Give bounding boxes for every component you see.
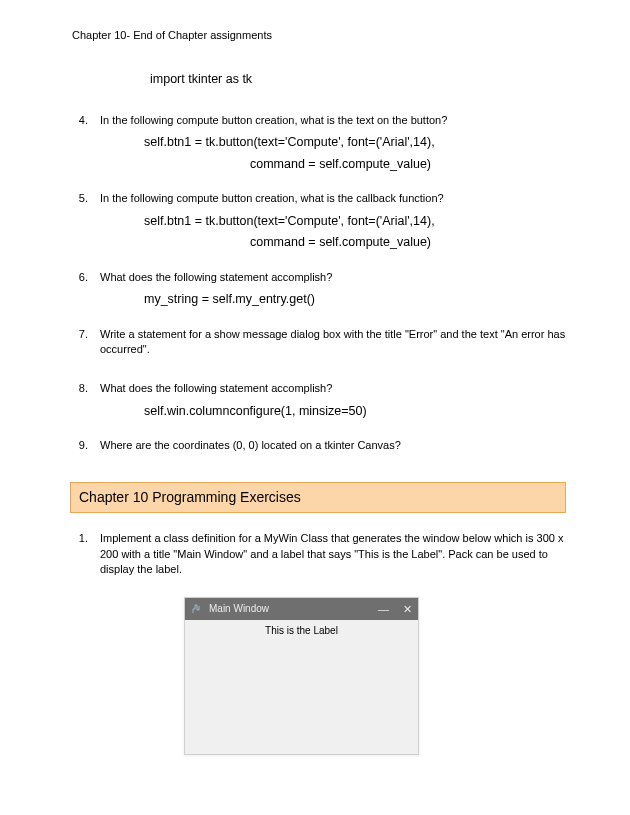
section-heading: Chapter 10 Programming Exercises xyxy=(70,482,566,514)
close-icon: ✕ xyxy=(403,602,412,617)
question-text: Where are the coordinates (0, 0) located… xyxy=(100,438,566,453)
code-line: self.btn1 = tk.button(text='Compute', fo… xyxy=(144,213,566,231)
question-text: What does the following statement accomp… xyxy=(100,270,566,285)
window-label: This is the Label xyxy=(265,625,338,636)
question-8: 8. What does the following statement acc… xyxy=(72,381,566,420)
question-text: In the following compute button creation… xyxy=(100,113,566,128)
exercise-text: Implement a class definition for a MyWin… xyxy=(100,531,566,577)
question-7: 7. Write a statement for a show message … xyxy=(72,327,566,364)
exercise-list: 1. Implement a class definition for a My… xyxy=(72,531,566,583)
question-6: 6. What does the following statement acc… xyxy=(72,270,566,309)
tkinter-window-figure: Main Window — ✕ This is the Label xyxy=(184,597,419,755)
question-list: 4. In the following compute button creat… xyxy=(72,113,566,460)
window-body: This is the Label xyxy=(185,620,418,754)
code-line: self.btn1 = tk.button(text='Compute', fo… xyxy=(144,134,566,152)
question-number: 5. xyxy=(72,191,100,251)
question-text: In the following compute button creation… xyxy=(100,191,566,206)
question-number: 8. xyxy=(72,381,100,420)
import-statement: import tkinter as tk xyxy=(150,71,566,89)
question-text: Write a statement for a show message dia… xyxy=(100,327,566,358)
window-title: Main Window xyxy=(209,602,378,616)
question-5: 5. In the following compute button creat… xyxy=(72,191,566,251)
question-number: 7. xyxy=(72,327,100,364)
question-4: 4. In the following compute button creat… xyxy=(72,113,566,173)
code-line: command = self.compute_value) xyxy=(250,234,566,252)
question-number: 4. xyxy=(72,113,100,173)
page-header: Chapter 10- End of Chapter assignments xyxy=(72,28,566,43)
question-number: 9. xyxy=(72,438,100,459)
minimize-icon: — xyxy=(378,602,389,617)
code-line: my_string = self.my_entry.get() xyxy=(144,291,566,309)
question-number: 6. xyxy=(72,270,100,309)
window-title-bar: Main Window — ✕ xyxy=(185,598,418,620)
exercise-1: 1. Implement a class definition for a My… xyxy=(72,531,566,583)
question-9: 9. Where are the coordinates (0, 0) loca… xyxy=(72,438,566,459)
code-line: self.win.columnconfigure(1, minsize=50) xyxy=(144,403,566,421)
question-text: What does the following statement accomp… xyxy=(100,381,566,396)
code-line: command = self.compute_value) xyxy=(250,156,566,174)
app-icon xyxy=(191,603,203,615)
exercise-number: 1. xyxy=(72,531,100,583)
